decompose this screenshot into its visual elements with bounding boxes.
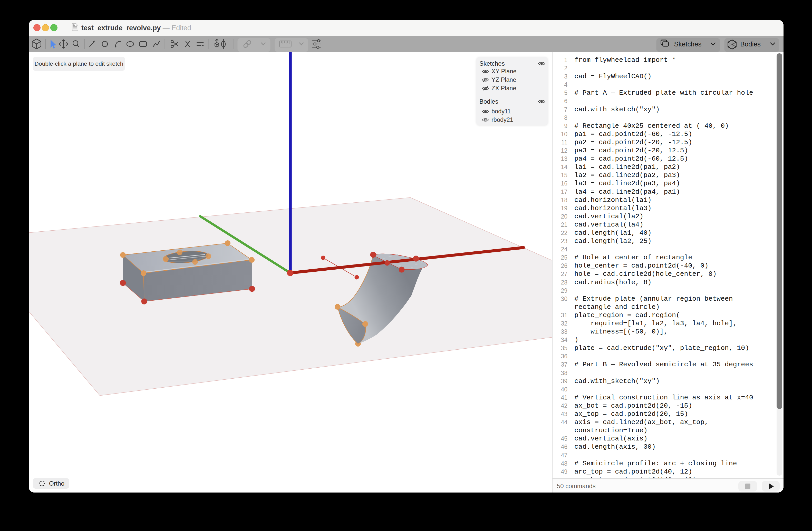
svg-text:Bodies: Bodies [740,40,761,48]
svg-text:Sketches: Sketches [674,40,702,48]
